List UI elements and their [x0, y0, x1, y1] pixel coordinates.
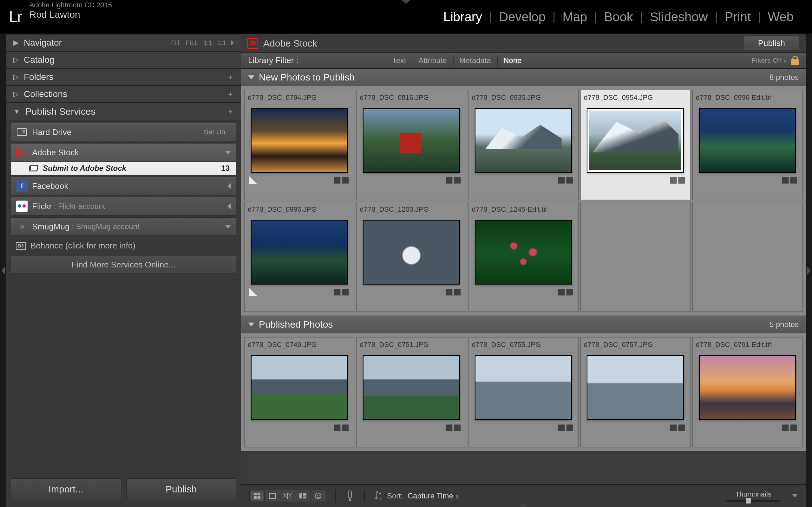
view-mode-switch[interactable]: X|Y: [249, 490, 326, 502]
sort-direction-icon[interactable]: az: [374, 491, 383, 501]
painter-tool-icon[interactable]: [345, 489, 355, 503]
thumbnail-badges[interactable]: [670, 177, 685, 184]
panel-handle-top[interactable]: [402, 0, 410, 4]
chevron-down-icon: [225, 151, 231, 154]
module-develop[interactable]: Develop: [492, 10, 553, 24]
filters-off-menu[interactable]: Filters Off ▾: [752, 56, 786, 65]
thumbnail-slider[interactable]: [726, 500, 780, 502]
catalog-panel-header[interactable]: ▷ Catalog: [6, 51, 241, 68]
panel-handle-left[interactable]: [0, 34, 6, 507]
thumbnail-cell[interactable]: d778_DSC_0757.JPG: [580, 337, 691, 447]
folders-panel-header[interactable]: ▷ Folders ＋: [6, 68, 241, 86]
svg-rect-8: [303, 493, 306, 496]
grid-view-icon[interactable]: [250, 490, 265, 502]
module-slideshow[interactable]: Slideshow: [643, 10, 715, 24]
module-web[interactable]: Web: [761, 10, 801, 24]
add-icon[interactable]: ＋: [227, 89, 234, 99]
identity-plate[interactable]: Rod Lawton: [29, 9, 112, 20]
panel-handle-bottom[interactable]: [519, 503, 528, 507]
thumbnail-image[interactable]: [699, 108, 796, 173]
svg-text:z: z: [380, 498, 382, 501]
thumbnail-image[interactable]: [475, 355, 572, 420]
publish-service-flickr[interactable]: Flickr : Flickr account: [11, 197, 236, 216]
thumbnail-badges[interactable]: [446, 177, 461, 184]
thumbnail-badges[interactable]: [334, 177, 349, 184]
navigator-zoom-controls[interactable]: FIT FILL 1:1 2:1: [171, 39, 234, 47]
svg-rect-7: [299, 493, 302, 498]
thumbnail-image[interactable]: [699, 355, 796, 420]
toolbar-menu-icon[interactable]: [792, 494, 798, 498]
people-view-icon[interactable]: [310, 490, 326, 502]
thumbnail-cell[interactable]: d778_DSC_0996-Edit.tif: [693, 90, 803, 200]
thumbnail-image[interactable]: [251, 220, 348, 285]
panel-handle-right[interactable]: [806, 34, 812, 507]
add-icon[interactable]: ＋: [227, 107, 234, 116]
section-new-photos[interactable]: New Photos to Publish 8 photos: [241, 68, 806, 86]
publish-service-hard-drive[interactable]: Hard Drive Set Up...: [11, 123, 236, 141]
setup-link[interactable]: Set Up...: [204, 128, 231, 136]
thumbnail-cell[interactable]: d778_DSC_1200.JPG: [356, 202, 466, 312]
filter-lock-icon[interactable]: [791, 56, 799, 65]
thumbnail-cell[interactable]: d778_DSC_0749.JPG: [244, 337, 354, 447]
thumbnail-badges[interactable]: [334, 289, 349, 296]
disclosure-icon: ▶: [13, 39, 19, 47]
thumbnail-badges[interactable]: [334, 424, 349, 431]
compare-view-icon[interactable]: X|Y: [280, 490, 295, 502]
library-filter-bar: Library Filter : TextAttributeMetadataNo…: [241, 53, 806, 68]
module-library[interactable]: Library: [437, 10, 489, 24]
thumbnail-image[interactable]: [363, 108, 460, 173]
filter-option-attribute[interactable]: Attribute: [413, 55, 453, 66]
thumbnail-badges[interactable]: [782, 424, 797, 431]
publish-service-behance[interactable]: Bē Behance (click for more info): [11, 238, 236, 254]
add-icon[interactable]: ＋: [227, 72, 234, 82]
thumbnail-image[interactable]: [587, 355, 684, 420]
loupe-view-icon[interactable]: [265, 490, 280, 502]
thumbnail-image[interactable]: [587, 108, 684, 173]
collections-panel-header[interactable]: ▷ Collections ＋: [6, 86, 241, 103]
module-print[interactable]: Print: [718, 10, 758, 24]
module-map[interactable]: Map: [555, 10, 594, 24]
thumbnail-size-control[interactable]: Thumbnails: [726, 490, 780, 502]
publish-collection-submit-to-adobe-stock[interactable]: Submit to Adobe Stock 13: [11, 162, 236, 175]
thumbnail-cell[interactable]: d778_DSC_0954.JPG: [580, 90, 691, 200]
find-more-services-button[interactable]: Find More Services Online...: [11, 256, 236, 274]
thumbnail-cell[interactable]: d778_DSC_0996.JPG: [244, 202, 354, 312]
thumbnail-badges[interactable]: [558, 424, 573, 431]
svg-point-12: [319, 495, 320, 496]
import-button[interactable]: Import...: [11, 478, 121, 500]
publish-service-smugmug[interactable]: ☺ SmugMug : SmugMug account: [11, 217, 236, 236]
publish-service-adobe-stock[interactable]: St Adobe Stock: [11, 143, 236, 162]
thumbnail-cell[interactable]: d778_DSC_0791-Edit.tif: [693, 337, 803, 447]
section-published-photos[interactable]: Published Photos 5 photos: [241, 316, 806, 333]
thumbnail-image[interactable]: [363, 355, 460, 420]
publish-button-main[interactable]: Publish: [744, 36, 799, 50]
sort-control[interactable]: az Sort: Capture Time ⇅: [374, 491, 459, 501]
thumbnail-image[interactable]: [475, 108, 572, 173]
thumbnail-cell[interactable]: d778_DSC_0755.JPG: [468, 337, 578, 447]
filter-option-metadata[interactable]: Metadata: [453, 55, 497, 66]
thumbnail-cell[interactable]: d778_DSC_0751.JPG: [356, 337, 466, 447]
filter-option-none[interactable]: None: [497, 55, 527, 66]
navigator-panel-header[interactable]: ▶ Navigator FIT FILL 1:1 2:1: [6, 34, 241, 51]
thumbnail-image[interactable]: [251, 108, 348, 173]
thumbnail-image[interactable]: [251, 355, 348, 420]
module-book[interactable]: Book: [597, 10, 640, 24]
filter-option-text[interactable]: Text: [386, 55, 412, 66]
thumbnail-badges[interactable]: [782, 177, 797, 184]
thumbnail-image[interactable]: [475, 220, 572, 285]
publish-button[interactable]: Publish: [126, 478, 237, 500]
thumbnail-badges[interactable]: [446, 289, 461, 296]
thumbnail-badges[interactable]: [670, 424, 685, 431]
thumbnail-badges[interactable]: [558, 177, 573, 184]
publish-services-panel-header[interactable]: ▼ Publish Services ＋: [6, 103, 241, 120]
sort-field-select[interactable]: Capture Time ⇅: [408, 492, 459, 500]
thumbnail-cell[interactable]: d778_DSC_0935.JPG: [468, 90, 578, 200]
survey-view-icon[interactable]: [295, 490, 310, 502]
thumbnail-badges[interactable]: [446, 424, 461, 431]
publish-service-facebook[interactable]: f Facebook: [11, 177, 236, 195]
thumbnail-cell[interactable]: d778_DSC_0794.JPG: [244, 90, 354, 200]
thumbnail-badges[interactable]: [558, 289, 573, 296]
thumbnail-image[interactable]: [363, 220, 460, 285]
thumbnail-cell[interactable]: d778_DSC_0816.JPG: [356, 90, 466, 200]
thumbnail-cell[interactable]: d778_DSC_1245-Edit.tif: [468, 202, 578, 312]
